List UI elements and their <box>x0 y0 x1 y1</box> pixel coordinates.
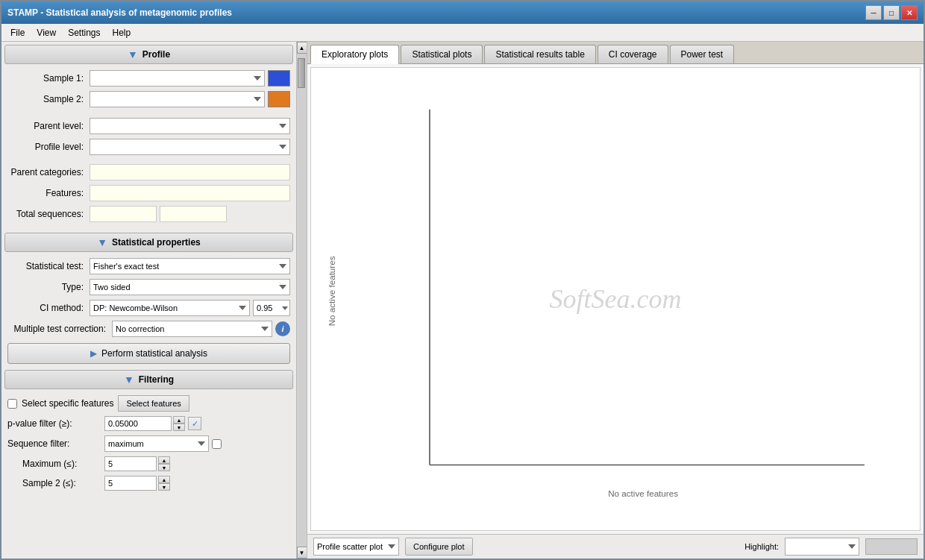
sample2-filter-input[interactable] <box>104 476 157 491</box>
maximum-spin-up[interactable]: ▲ <box>158 456 170 464</box>
plot-type-select[interactable]: Profile scatter plot PCA plot Box plot <box>313 538 399 556</box>
ci-method-row: CI method: DP: Newcombe-Wilson DP: Wilso… <box>4 300 293 316</box>
profile-level-label: Profile level: <box>7 142 90 152</box>
filtering-header-label: Filtering <box>139 374 174 385</box>
highlight-select[interactable] <box>785 538 859 556</box>
filtering-section-header: ▼ Filtering <box>4 370 293 389</box>
sample2-color-button[interactable] <box>268 91 290 107</box>
menu-file[interactable]: File <box>4 26 31 40</box>
total-sequences-label: Total sequences: <box>7 209 90 219</box>
pvalue-spin-up[interactable]: ▲ <box>173 416 185 424</box>
highlight-color-swatch[interactable] <box>865 538 918 555</box>
right-panel: Exploratory plots Statistical plots Stat… <box>307 42 924 559</box>
multiple-test-row: Multiple test correction: No correction … <box>4 321 293 337</box>
tab-ci-coverage[interactable]: CI coverage <box>598 45 668 63</box>
stat-test-select[interactable]: Fisher's exact test G-test Barnard's exa… <box>90 258 290 274</box>
sample2-spin-down[interactable]: ▼ <box>158 483 170 491</box>
pvalue-checkmark[interactable]: ✓ <box>188 417 201 430</box>
svg-text:No active features: No active features <box>327 256 336 326</box>
sample1-row: Sample 1: <box>4 70 293 86</box>
profile-header-label: Profile <box>142 49 170 60</box>
features-input[interactable] <box>90 185 290 201</box>
type-row: Type: Two sided One sided <box>4 279 293 295</box>
stat-arrow-icon: ▼ <box>97 236 107 248</box>
sample2-label: Sample 2: <box>7 94 90 104</box>
profile-level-row: Profile level: <box>4 139 293 155</box>
left-panel-scrollbar[interactable]: ▲ ▼ <box>296 42 307 559</box>
sequence-filter-row: Sequence filter: maximum minimum <box>4 435 293 452</box>
perform-btn-label: Perform statistical analysis <box>101 348 207 359</box>
pvalue-filter-input[interactable] <box>104 416 172 431</box>
info-icon-label: i <box>281 324 283 333</box>
pvalue-spin-down[interactable]: ▼ <box>173 424 185 431</box>
profile-section-header: ▼ Profile <box>4 45 293 64</box>
scroll-up-arrow[interactable]: ▲ <box>297 42 307 54</box>
configure-plot-label: Configure plot <box>413 542 465 551</box>
maximum-row: Maximum (≤): ▲ ▼ <box>4 456 293 471</box>
stat-properties-header: ▼ Statistical properties <box>4 233 293 252</box>
sample2-spin-up[interactable]: ▲ <box>158 476 170 483</box>
plot-svg: No active features No active features <box>311 68 920 530</box>
select-features-button[interactable]: Select features <box>118 395 189 412</box>
sequence-filter-select[interactable]: maximum minimum <box>104 435 209 452</box>
ci-value-select[interactable]: 0.95 0.90 0.99 <box>253 300 290 316</box>
multiple-test-label: Multiple test correction: <box>7 324 112 334</box>
maximum-spin-down[interactable]: ▼ <box>158 464 170 471</box>
features-label: Features: <box>7 188 90 198</box>
tab-statistical-results-label: Statistical results table <box>495 49 584 60</box>
info-icon[interactable]: i <box>275 321 290 336</box>
profile-level-select[interactable] <box>90 139 290 155</box>
bottom-toolbar: Profile scatter plot PCA plot Box plot C… <box>307 534 924 559</box>
left-panel-scroll: ▼ Profile Sample 1: Sample 2: <box>1 42 307 559</box>
tab-power-test-label: Power test <box>681 49 724 60</box>
stat-properties-label: Statistical properties <box>112 237 201 248</box>
sample1-label: Sample 1: <box>7 73 90 84</box>
ci-row-controls: DP: Newcombe-Wilson DP: Wilson DP: Jeffr… <box>90 300 290 316</box>
sample2-filter-label: Sample 2 (≤): <box>7 478 104 488</box>
stat-test-label: Statistical test: <box>7 261 90 271</box>
filtering-arrow-icon: ▼ <box>124 374 134 386</box>
pvalue-filter-label: p-value filter (≥): <box>7 418 104 429</box>
scroll-thumb[interactable] <box>298 58 305 88</box>
tab-ci-coverage-label: CI coverage <box>609 49 657 60</box>
multiple-test-select[interactable]: No correction Bonferroni Benjamini-Hochb… <box>112 321 272 337</box>
window-title: STAMP - Statistical analysis of metageno… <box>7 7 232 18</box>
total-sequences-input2[interactable] <box>160 206 227 222</box>
tab-exploratory-plots[interactable]: Exploratory plots <box>310 45 399 64</box>
menu-settings[interactable]: Settings <box>62 26 106 40</box>
select-specific-checkbox[interactable] <box>7 399 17 409</box>
highlight-label: Highlight: <box>744 542 779 551</box>
sequence-filter-checkbox[interactable] <box>212 439 222 449</box>
parent-level-select[interactable] <box>90 118 290 134</box>
scroll-down-arrow[interactable]: ▼ <box>297 547 307 559</box>
perform-analysis-button[interactable]: ▶ Perform statistical analysis <box>7 343 290 364</box>
plot-area: No active features No active features So… <box>310 67 921 531</box>
scroll-thumb-area <box>297 54 307 547</box>
sample2-row: Sample 2: <box>4 91 293 107</box>
close-button[interactable]: ✕ <box>901 5 918 20</box>
menu-view[interactable]: View <box>31 26 62 40</box>
parent-level-label: Parent level: <box>7 121 90 131</box>
ci-method-label: CI method: <box>7 303 90 313</box>
tab-statistical-results[interactable]: Statistical results table <box>484 45 595 63</box>
profile-arrow-icon: ▼ <box>128 48 138 60</box>
tab-power-test[interactable]: Power test <box>670 45 735 63</box>
minimize-button[interactable]: ─ <box>865 5 882 20</box>
features-row: Features: <box>4 185 293 201</box>
total-sequences-input1[interactable] <box>90 206 157 222</box>
menu-help[interactable]: Help <box>107 26 137 40</box>
sample1-color-button[interactable] <box>268 70 290 86</box>
sample1-select[interactable] <box>90 70 265 86</box>
sample2-select[interactable] <box>90 91 265 107</box>
parent-level-row: Parent level: <box>4 118 293 134</box>
configure-plot-button[interactable]: Configure plot <box>405 538 473 556</box>
parent-categories-input[interactable] <box>90 164 290 180</box>
select-specific-row: Select specific features Select features <box>4 395 293 412</box>
maximize-button[interactable]: □ <box>883 5 900 20</box>
maximum-input[interactable] <box>104 456 157 471</box>
total-sequences-row: Total sequences: <box>4 206 293 222</box>
type-select[interactable]: Two sided One sided <box>90 279 290 295</box>
tab-statistical-plots[interactable]: Statistical plots <box>401 45 483 63</box>
app-window: STAMP - Statistical analysis of metageno… <box>0 0 925 560</box>
ci-method-select[interactable]: DP: Newcombe-Wilson DP: Wilson DP: Jeffr… <box>90 300 250 316</box>
